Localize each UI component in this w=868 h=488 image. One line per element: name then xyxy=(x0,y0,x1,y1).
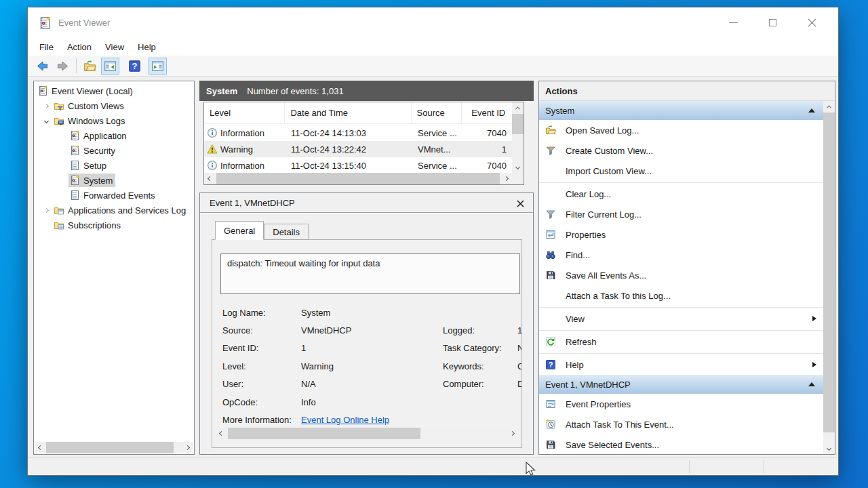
action-view[interactable]: View xyxy=(539,308,823,329)
tree-item-applications-services-logs[interactable]: Applications and Services Log xyxy=(34,203,194,218)
scroll-left-arrow-icon[interactable] xyxy=(216,428,227,439)
action-save-selected-events[interactable]: Save Selected Events... xyxy=(539,434,823,454)
scroll-right-arrow-icon[interactable] xyxy=(182,442,193,453)
action-create-custom-view[interactable]: Create Custom View... xyxy=(539,140,823,161)
scroll-right-arrow-icon[interactable] xyxy=(507,428,518,439)
menu-help[interactable]: Help xyxy=(131,40,163,54)
scroll-up-arrow-icon[interactable] xyxy=(823,101,835,113)
action-open-saved-log[interactable]: Open Saved Log... xyxy=(539,120,823,140)
close-icon xyxy=(808,18,816,27)
tree-item-setup[interactable]: Setup xyxy=(34,158,194,173)
detail-horizontal-scrollbar[interactable] xyxy=(216,428,518,439)
scroll-down-arrow-icon[interactable] xyxy=(823,443,835,454)
log-icon xyxy=(69,190,80,201)
tree-label: Security xyxy=(83,146,115,156)
field-label: OpCode: xyxy=(212,397,301,407)
column-header-date-time[interactable]: Date and Time xyxy=(285,102,411,123)
scrollbar-thumb[interactable] xyxy=(46,442,174,453)
scrollbar-thumb[interactable] xyxy=(228,428,420,439)
events-vertical-scrollbar[interactable] xyxy=(512,102,524,173)
column-header-level[interactable]: Level xyxy=(204,102,285,123)
action-clear-log[interactable]: Clear Log... xyxy=(539,184,823,204)
tree-horizontal-scrollbar[interactable] xyxy=(35,442,193,453)
action-label: Open Saved Log... xyxy=(566,125,639,136)
tree-item-windows-logs[interactable]: Windows Logs xyxy=(34,113,194,128)
events-horizontal-scrollbar[interactable] xyxy=(204,173,512,184)
event-message-box[interactable]: dispatch: Timeout waiting for input data xyxy=(220,253,520,294)
action-find[interactable]: Find... xyxy=(539,245,823,265)
action-event-properties[interactable]: Event Properties xyxy=(539,394,823,414)
minimize-button[interactable] xyxy=(713,7,753,38)
menu-bar: File Action View Help xyxy=(28,38,838,56)
table-row[interactable]: Information 11-Oct-24 13:15:40 Service .… xyxy=(204,157,512,174)
forward-button[interactable] xyxy=(54,58,72,75)
back-arrow-icon xyxy=(36,60,49,73)
actions-section-header-event[interactable]: Event 1, VMnetDHCP xyxy=(539,375,823,394)
chevron-down-icon[interactable] xyxy=(39,115,53,126)
actions-section-header-system[interactable]: System xyxy=(539,101,823,120)
event-log-icon xyxy=(69,175,80,186)
console-tree-toggle-button[interactable] xyxy=(101,58,119,75)
save-icon xyxy=(545,270,556,281)
close-button[interactable] xyxy=(792,7,831,38)
collapse-arrow-icon[interactable] xyxy=(808,382,815,386)
tree-item-application[interactable]: Application xyxy=(34,128,194,143)
custom-views-folder-icon xyxy=(54,100,64,111)
action-refresh[interactable]: Refresh xyxy=(539,331,823,352)
tree-item-custom-views[interactable]: Custom Views xyxy=(34,98,194,113)
event-viewer-window: Event Viewer File Action View Help Event… xyxy=(27,7,839,476)
tree-item-forwarded-events[interactable]: Forwarded Events xyxy=(34,188,194,203)
table-row[interactable]: Information 11-Oct-24 14:13:03 Service .… xyxy=(204,125,512,141)
chevron-right-icon[interactable] xyxy=(39,205,53,216)
field-row: More Information:Event Log Online Help xyxy=(212,411,521,428)
scrollbar-corner xyxy=(512,173,524,184)
toolbar-separator xyxy=(76,58,77,73)
tab-details[interactable]: Details xyxy=(264,224,309,240)
maximize-button[interactable] xyxy=(753,7,792,38)
event-viewer-app-icon xyxy=(38,16,52,30)
action-import-custom-view[interactable]: Import Custom View... xyxy=(539,161,823,181)
scrollbar-thumb[interactable] xyxy=(512,114,524,134)
menu-file[interactable]: File xyxy=(33,40,60,54)
action-attach-task-to-event[interactable]: Attach Task To This Event... xyxy=(539,414,823,434)
action-properties[interactable]: Properties xyxy=(539,224,823,245)
action-save-all-events-as[interactable]: Save All Events As... xyxy=(539,265,823,285)
tree-item-event-viewer-local[interactable]: Event Viewer (Local) xyxy=(34,83,194,98)
field-row: Task Category:N xyxy=(443,340,522,357)
scroll-left-arrow-icon[interactable] xyxy=(204,173,216,184)
action-filter-current-log[interactable]: Filter Current Log... xyxy=(539,204,823,224)
scroll-left-arrow-icon[interactable] xyxy=(35,442,46,453)
table-row[interactable]: Warning 11-Oct-24 13:22:42 VMnet... 1 xyxy=(204,141,512,157)
chevron-right-icon[interactable] xyxy=(39,100,53,111)
section-header-label: Event 1, VMnetDHCP xyxy=(545,380,631,390)
action-help[interactable]: Help xyxy=(539,354,823,375)
collapse-arrow-icon[interactable] xyxy=(808,108,815,113)
field-value: C xyxy=(517,361,522,371)
tree-label: Custom Views xyxy=(68,101,124,111)
section-header-label: System xyxy=(545,106,574,116)
filter-icon xyxy=(545,209,556,220)
menu-view[interactable]: View xyxy=(98,40,131,54)
event-log-online-help-link[interactable]: Event Log Online Help xyxy=(301,415,389,425)
detail-close-button[interactable] xyxy=(515,199,525,208)
help-button[interactable] xyxy=(125,58,144,75)
scrollbar-thumb[interactable] xyxy=(216,173,500,184)
export-log-button[interactable] xyxy=(81,58,99,75)
column-header-event-id[interactable]: Event ID xyxy=(462,102,512,123)
scroll-right-arrow-icon[interactable] xyxy=(500,173,512,184)
tab-general[interactable]: General xyxy=(215,221,264,240)
tree-label: Subscriptions xyxy=(68,220,121,230)
action-attach-task-to-log[interactable]: Attach a Task To this Log... xyxy=(539,285,823,306)
actions-vertical-scrollbar[interactable] xyxy=(823,101,835,454)
scroll-up-arrow-icon[interactable] xyxy=(512,102,524,114)
back-button[interactable] xyxy=(33,58,52,75)
menu-action[interactable]: Action xyxy=(60,40,98,54)
tree-item-subscriptions[interactable]: Subscriptions xyxy=(34,218,194,232)
scrollbar-thumb[interactable] xyxy=(823,113,835,432)
column-header-source[interactable]: Source xyxy=(412,102,462,123)
action-pane-toggle-button[interactable] xyxy=(149,58,167,75)
scroll-down-arrow-icon[interactable] xyxy=(512,161,524,173)
tree-item-security[interactable]: Security xyxy=(34,143,194,158)
task-icon xyxy=(545,419,556,430)
tree-item-system[interactable]: System xyxy=(34,173,194,188)
